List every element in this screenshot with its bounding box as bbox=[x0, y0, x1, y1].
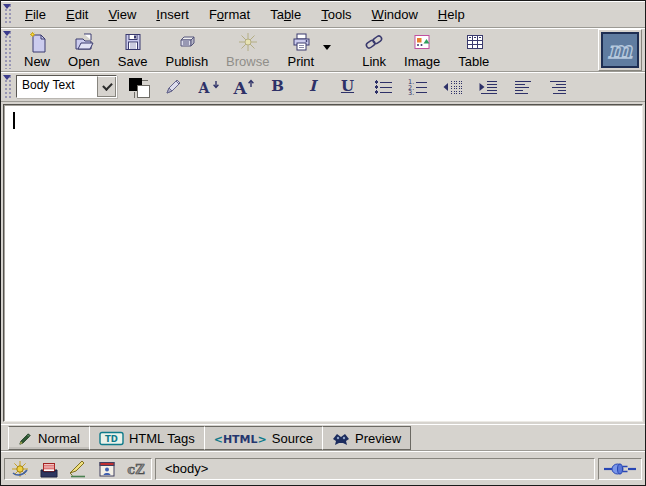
indent-icon bbox=[476, 77, 500, 97]
svg-text:3.: 3. bbox=[408, 89, 414, 97]
font-smaller-icon: A bbox=[195, 77, 221, 97]
menu-tools[interactable]: Tools bbox=[311, 4, 361, 25]
menu-window[interactable]: Window bbox=[362, 4, 428, 25]
toolbar-button-print[interactable]: Print bbox=[278, 29, 323, 71]
toolbar-button-label: New bbox=[24, 54, 50, 69]
element-path[interactable]: <body> bbox=[165, 461, 208, 476]
menu-insert[interactable]: Insert bbox=[146, 4, 199, 25]
mozilla-throbber-button[interactable]: m bbox=[598, 29, 642, 71]
italic-button[interactable]: I bbox=[296, 75, 329, 98]
bullet-list-button[interactable] bbox=[366, 75, 399, 98]
toolbar-button-label: Open bbox=[68, 54, 100, 69]
swatch-tick bbox=[142, 80, 148, 81]
chatzilla-icon: cZ bbox=[126, 460, 146, 478]
component-navigator-button[interactable] bbox=[9, 459, 31, 479]
italic-glyph: I bbox=[309, 79, 316, 94]
text-caret bbox=[13, 112, 15, 129]
menu-file[interactable]: File bbox=[15, 4, 56, 25]
toolbar-button-new[interactable]: New bbox=[15, 29, 59, 71]
toolbar-button-label: Table bbox=[458, 54, 489, 69]
status-bar: cZ <body> bbox=[1, 451, 645, 485]
toolbar-button-label: Publish bbox=[165, 54, 208, 69]
component-bar: cZ bbox=[4, 458, 152, 480]
svg-text:A: A bbox=[232, 78, 247, 97]
toolbar-grip-handle[interactable] bbox=[3, 30, 12, 69]
open-folder-icon bbox=[73, 31, 95, 53]
editor-canvas[interactable] bbox=[3, 104, 643, 422]
format-toolbar: Body Text AABIU1.2.3. bbox=[1, 72, 645, 102]
navigator-icon bbox=[10, 460, 30, 478]
print-icon bbox=[290, 31, 312, 53]
publish-icon bbox=[176, 31, 198, 53]
background-color-swatch[interactable] bbox=[137, 85, 150, 98]
svg-text:TD: TD bbox=[105, 434, 118, 444]
mozilla-throbber-icon: m bbox=[601, 32, 639, 68]
increase-font-size-button[interactable]: A bbox=[226, 75, 259, 98]
toolbar-button-table[interactable]: Table bbox=[449, 29, 498, 71]
new-page-icon bbox=[26, 31, 48, 53]
link-icon bbox=[363, 31, 385, 53]
component-mail-button[interactable] bbox=[38, 459, 60, 479]
tab-label: Preview bbox=[355, 431, 401, 446]
menu-edit[interactable]: Edit bbox=[56, 4, 98, 25]
tab-label: Normal bbox=[38, 431, 80, 446]
outdent-icon bbox=[441, 77, 465, 97]
menubar-grip-handle[interactable] bbox=[3, 3, 12, 25]
decrease-font-size-button[interactable]: A bbox=[191, 75, 224, 98]
tab-source[interactable]: <HTML>Source bbox=[204, 426, 322, 450]
paragraph-format-dropdown-button[interactable] bbox=[97, 76, 116, 97]
numbered-list-icon: 1.2.3. bbox=[406, 77, 430, 97]
toolbar-button-publish[interactable]: Publish bbox=[156, 29, 217, 71]
indent-button[interactable] bbox=[471, 75, 504, 98]
tab-preview[interactable]: Preview bbox=[322, 426, 411, 450]
bold-button[interactable]: B bbox=[261, 75, 294, 98]
component-chatzilla-button[interactable]: cZ bbox=[125, 459, 147, 479]
toolbar-button-save[interactable]: Save bbox=[109, 29, 157, 71]
menu-view[interactable]: View bbox=[98, 4, 146, 25]
menu-format[interactable]: Format bbox=[199, 4, 260, 25]
toolbar-button-link[interactable]: Link bbox=[353, 29, 395, 71]
paragraph-format-select[interactable]: Body Text bbox=[16, 75, 117, 98]
preview-icon bbox=[332, 431, 350, 446]
tab-normal[interactable]: Normal bbox=[8, 426, 89, 450]
element-path-segment: <body> bbox=[155, 458, 595, 480]
align-right-button[interactable] bbox=[541, 75, 574, 98]
align-left-icon bbox=[511, 77, 535, 97]
menu-table[interactable]: Table bbox=[260, 4, 311, 25]
font-larger-icon: A bbox=[230, 77, 256, 97]
align-left-button[interactable] bbox=[506, 75, 539, 98]
paragraph-format-value: Body Text bbox=[17, 76, 97, 97]
svg-text:A: A bbox=[197, 80, 210, 96]
toolbar-button-label: Save bbox=[118, 54, 148, 69]
save-floppy-icon bbox=[122, 31, 144, 53]
print-dropdown-arrow[interactable] bbox=[323, 45, 331, 54]
chevron-down-icon bbox=[102, 80, 113, 91]
browse-sparkle-icon bbox=[237, 31, 259, 53]
td-tag-icon: TD bbox=[99, 431, 124, 446]
image-icon bbox=[411, 31, 433, 53]
highlighter-icon bbox=[162, 76, 184, 98]
mail-icon bbox=[39, 460, 59, 478]
table-icon bbox=[463, 31, 485, 53]
toolbar-button-label: Link bbox=[362, 54, 386, 69]
numbered-list-button[interactable]: 1.2.3. bbox=[401, 75, 434, 98]
text-color-button[interactable] bbox=[127, 76, 153, 98]
highlight-button[interactable] bbox=[156, 75, 189, 98]
outdent-button[interactable] bbox=[436, 75, 469, 98]
tab-html-tags[interactable]: TDHTML Tags bbox=[89, 426, 204, 450]
toolbar-button-label: Image bbox=[404, 54, 440, 69]
menu-help[interactable]: Help bbox=[428, 4, 475, 25]
bold-glyph: B bbox=[271, 79, 284, 94]
component-composer-button[interactable] bbox=[67, 459, 89, 479]
swatch-tick bbox=[134, 92, 135, 98]
component-addressbook-button[interactable] bbox=[96, 459, 118, 479]
toolbar-button-open[interactable]: Open bbox=[59, 29, 109, 71]
addressbook-icon bbox=[97, 460, 117, 478]
online-status-segment[interactable] bbox=[598, 458, 642, 480]
underline-button[interactable]: U bbox=[331, 75, 364, 98]
toolbar-button-image[interactable]: Image bbox=[395, 29, 449, 71]
plug-icon bbox=[603, 461, 637, 477]
formatbar-grip-handle[interactable] bbox=[3, 74, 12, 99]
menu-bar: FileEditViewInsertFormatTableToolsWindow… bbox=[1, 1, 645, 28]
svg-text:m: m bbox=[608, 36, 633, 63]
